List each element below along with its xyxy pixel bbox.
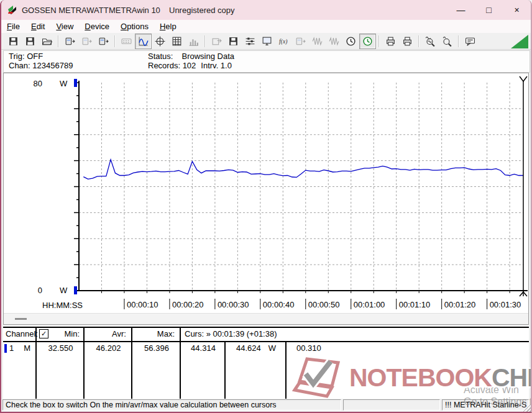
monitor-settings-button[interactable] [259, 34, 275, 49]
left-cursor-marker-top [74, 79, 77, 87]
toolbar-separator [458, 35, 459, 47]
numeric-display-icon [121, 36, 132, 47]
device-config-button [292, 34, 309, 49]
records-line: Records: 102Intrv. 1.0 [148, 61, 232, 70]
table-display-icon [172, 36, 182, 47]
annotation-icon [465, 36, 475, 47]
cell-min: 32.550 [38, 342, 85, 399]
cell-unit: W [268, 343, 276, 353]
toolbar-separator [58, 35, 59, 47]
close-button[interactable]: × [503, 0, 531, 20]
minimize-button[interactable]: — [447, 0, 475, 20]
open-file-icon [42, 36, 52, 47]
header-channel: Channel: [3, 328, 37, 341]
x-tick-label: 00:01:10 [399, 300, 431, 309]
header-cursor: Curs: » 00:01:39 (+01:38) [182, 328, 528, 341]
menu-bar: FileEditViewDeviceOptionsHelp [1, 20, 531, 34]
minmax-checkbox[interactable]: ✓ [39, 329, 48, 338]
chart-horizontal-scrollbar[interactable] [4, 313, 528, 324]
table-display-button[interactable] [168, 34, 185, 49]
menu-file[interactable]: File [1, 20, 25, 32]
cell-max: 56.396 [134, 342, 181, 399]
toolbar-separator [114, 35, 116, 47]
status-bar: Check the box to switch On the min/avr/m… [1, 399, 531, 412]
menu-device[interactable]: Device [79, 20, 115, 32]
monitor-settings-icon [262, 36, 272, 47]
y-unit-top: W [60, 79, 68, 88]
power-chart: 80W0WHH:MM:SS00:00:1000:00:2000:00:3000:… [4, 73, 528, 314]
open-file-button[interactable] [39, 34, 55, 49]
menu-help[interactable]: Help [154, 20, 182, 32]
export-data-button [208, 34, 225, 49]
header-avr: Avr: [86, 328, 132, 341]
trigger-status: Trig: OFF [9, 52, 43, 61]
device-read-button[interactable] [62, 34, 78, 49]
readout-data-row: 1M 32.550 46.202 56.396 44.314 44.624W 0… [3, 342, 529, 399]
wave-high-icon [329, 36, 339, 47]
cell-delta: 00.310 [288, 342, 528, 399]
product-title: METRAwin 10 [109, 6, 160, 15]
cursor-display-icon [155, 36, 165, 47]
print-button[interactable] [382, 34, 399, 49]
status-label: Status: [148, 52, 173, 61]
readout-header-row: Channel: ✓ Min: Avr: Max: Curs: » 00:01:… [3, 328, 529, 342]
license-note: Unregistered copy [169, 6, 235, 15]
clock-sync-button[interactable] [342, 34, 359, 49]
save-as-button[interactable] [22, 34, 39, 49]
wave-high-button [326, 34, 342, 49]
interval-timer-button[interactable] [359, 34, 376, 49]
zoom-out-icon [442, 36, 452, 47]
curve-display-icon [138, 36, 149, 47]
channel-color-bar [4, 344, 7, 353]
print-setup-button[interactable] [399, 34, 416, 49]
wave-low-icon [312, 36, 323, 47]
cursor-display-button[interactable] [152, 34, 168, 49]
curve-display-button[interactable] [135, 34, 152, 49]
toolbar-separator [418, 35, 420, 47]
app-title: GOSSEN METRAWATT [22, 6, 109, 15]
channel-settings-button[interactable] [242, 34, 259, 49]
device-stop-icon [81, 36, 92, 47]
device-memory-button[interactable] [95, 34, 112, 49]
cursor-readout-table: Channel: ✓ Min: Avr: Max: Curs: » 00:01:… [3, 327, 529, 399]
zoom-out-button[interactable] [439, 34, 456, 49]
x-tick-label: 00:00:10 [127, 300, 158, 309]
cell-cursor-b: 44.624W [227, 342, 287, 399]
statusbar-empty-section [343, 399, 440, 411]
scrollbar-thumb[interactable] [15, 318, 27, 320]
histogram-display-button [185, 34, 202, 49]
annotation-button[interactable] [462, 34, 479, 49]
store-device-data-icon [228, 36, 239, 47]
formula-icon [278, 36, 289, 47]
save-button[interactable] [5, 34, 22, 49]
store-device-data-button[interactable] [225, 34, 242, 49]
zoom-in-icon [425, 36, 436, 47]
menu-options[interactable]: Options [115, 20, 154, 32]
histogram-display-icon [188, 36, 199, 47]
menu-edit[interactable]: Edit [25, 20, 50, 32]
toolbar-separator [378, 35, 380, 47]
status-line: Status:Browsing Data [148, 52, 234, 61]
channel-settings-icon [245, 36, 255, 47]
x-tick-label: 00:00:20 [172, 300, 204, 309]
formula-button[interactable] [275, 34, 292, 49]
maximize-button[interactable]: □ [475, 0, 503, 20]
x-tick-label: 00:00:50 [308, 300, 340, 309]
device-stop-button [78, 34, 95, 49]
print-setup-icon [402, 36, 413, 47]
cell-channel: 1M [3, 342, 37, 399]
y-unit-bottom: W [60, 286, 68, 295]
interval-value: Intrv. 1.0 [201, 61, 232, 70]
save-icon [8, 36, 19, 47]
numeric-display-button [118, 34, 135, 49]
x-tick-label: 00:01:30 [490, 300, 521, 309]
x-tick-label: 00:01:20 [444, 300, 476, 309]
menu-view[interactable]: View [50, 20, 79, 32]
x-tick-label: 00:00:30 [218, 300, 249, 309]
clock-sync-icon [346, 36, 356, 47]
resize-grip[interactable] [523, 404, 531, 412]
export-data-icon [211, 36, 222, 47]
statusbar-message: Check the box to switch On the min/avr/m… [2, 399, 341, 411]
cell-cursor-a: 44.314 [182, 342, 226, 399]
zoom-in-button[interactable] [422, 34, 439, 49]
